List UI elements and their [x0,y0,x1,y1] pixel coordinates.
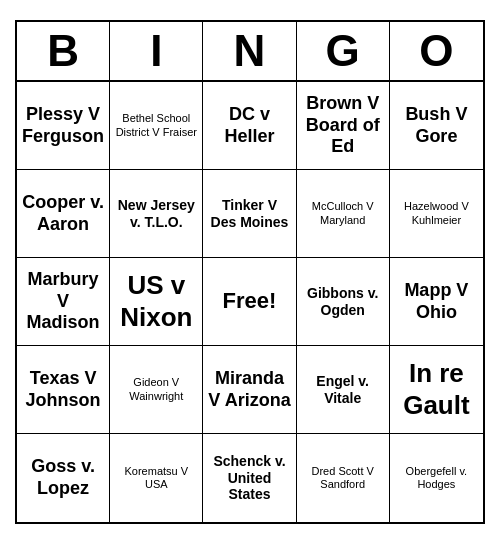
bingo-cell: Miranda V Arizona [203,346,296,434]
bingo-cell: McCulloch V Maryland [297,170,390,258]
bingo-cell: Engel v. Vitale [297,346,390,434]
bingo-cell: Bush V Gore [390,82,483,170]
bingo-cell: Mapp V Ohio [390,258,483,346]
bingo-cell: Goss v. Lopez [17,434,110,522]
bingo-cell: Bethel School District V Fraiser [110,82,203,170]
bingo-cell: Marbury V Madison [17,258,110,346]
header-letter: G [297,22,390,80]
bingo-cell: US v Nixon [110,258,203,346]
bingo-cell: Dred Scott V Sandford [297,434,390,522]
bingo-card: BINGO Plessy V FergusonBethel School Dis… [15,20,485,524]
bingo-cell: Plessy V Ferguson [17,82,110,170]
bingo-cell: Schenck v. United States [203,434,296,522]
bingo-cell: Tinker V Des Moines [203,170,296,258]
bingo-cell: Korematsu V USA [110,434,203,522]
bingo-cell: New Jersey v. T.L.O. [110,170,203,258]
bingo-cell: DC v Heller [203,82,296,170]
bingo-cell: Gibbons v. Ogden [297,258,390,346]
bingo-cell: Hazelwood V Kuhlmeier [390,170,483,258]
header-letter: O [390,22,483,80]
bingo-cell: Gideon V Wainwright [110,346,203,434]
bingo-cell: Brown V Board of Ed [297,82,390,170]
bingo-cell: In re Gault [390,346,483,434]
bingo-cell: Free! [203,258,296,346]
bingo-grid: Plessy V FergusonBethel School District … [17,82,483,522]
bingo-cell: Obergefell v. Hodges [390,434,483,522]
header-letter: N [203,22,296,80]
header-letter: I [110,22,203,80]
header-letter: B [17,22,110,80]
bingo-cell: Cooper v. Aaron [17,170,110,258]
bingo-cell: Texas V Johnson [17,346,110,434]
bingo-header: BINGO [17,22,483,82]
